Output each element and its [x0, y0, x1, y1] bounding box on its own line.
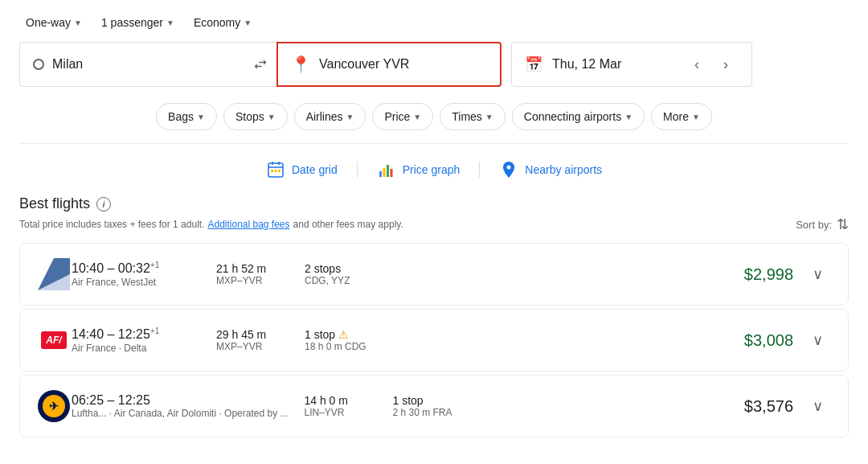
best-flights-header: Best flights i [19, 195, 849, 212]
origin-text: Milan [52, 57, 83, 72]
connecting-airports-chevron: ▼ [624, 113, 633, 121]
sort-icon: ⇅ [837, 216, 849, 233]
airline-logo-0 [36, 257, 72, 292]
more-filter[interactable]: More ▼ [651, 103, 712, 130]
subtitle-text: Total price includes taxes + fees for 1 … [19, 219, 204, 230]
svg-rect-10 [390, 169, 392, 177]
date-grid-label: Date grid [292, 163, 338, 176]
filter-row: Bags ▼ Stops ▼ Airlines ▼ Price ▼ Times … [0, 96, 868, 143]
svg-rect-4 [271, 170, 273, 172]
flight-info-2: 06:25 – 12:25 Luftha... · Air Canada, Ai… [72, 392, 832, 421]
view-options: Date grid Price graph Nearby airports [0, 144, 868, 195]
top-bar: One-way ▼ 1 passenger ▼ Economy ▼ [0, 0, 868, 42]
flight-row-2[interactable]: ✈ 06:25 – 12:25 Luftha... · Air Canada, … [20, 376, 848, 437]
route-code-2: LIN–YVR [304, 407, 392, 418]
stops-detail-1: 18 h 0 m CDG [305, 341, 425, 352]
bags-filter[interactable]: Bags ▼ [156, 103, 217, 130]
day-offset-0: +1 [150, 261, 159, 269]
lh-logo-inner: ✈ [43, 395, 65, 417]
expand-btn-1[interactable]: ∨ [803, 326, 832, 355]
times-filter-label: Times [452, 110, 482, 123]
price-graph-option[interactable]: Price graph [377, 160, 461, 179]
more-filter-label: More [663, 110, 689, 123]
bags-filter-label: Bags [168, 110, 194, 123]
nearby-airports-option[interactable]: Nearby airports [499, 160, 602, 179]
stops-col-0: 2 stops CDG, YYZ [305, 262, 425, 286]
cabin-class-chevron: ▼ [244, 18, 252, 27]
af-wj-logo-svg [38, 258, 70, 290]
flight-row-1[interactable]: AF/ 14:40 – 12:25+1 Air France · Delta 2… [20, 310, 848, 371]
additional-fees-link[interactable]: Additional bag fees [207, 219, 289, 230]
results-subtitle: Total price includes taxes + fees for 1 … [19, 216, 849, 233]
trip-type-chevron: ▼ [74, 18, 82, 27]
bags-chevron: ▼ [197, 113, 205, 121]
times-col-0: 10:40 – 00:32+1 Air France, WestJet [72, 261, 200, 287]
duration-2: 14 h 0 m [304, 394, 392, 407]
date-input-box[interactable]: 📅 Thu, 12 Mar ‹ › [511, 42, 752, 87]
sort-by-control[interactable]: Sort by: ⇅ [796, 216, 849, 233]
times-filter[interactable]: Times ▼ [440, 103, 506, 130]
airline-logo-1: AF/ [36, 322, 72, 358]
svg-rect-8 [383, 168, 385, 177]
svg-rect-6 [278, 170, 280, 172]
expand-btn-2[interactable]: ∨ [803, 392, 832, 421]
stops-col-2: 1 stop 2 h 30 m FRA [392, 394, 513, 418]
price-col-0: $2,998 ∨ [744, 260, 832, 289]
subtitle-left: Total price includes taxes + fees for 1 … [19, 219, 403, 230]
origin-dot-icon [33, 59, 44, 70]
trip-type-select[interactable]: One-way ▼ [19, 11, 88, 34]
price-graph-label: Price graph [403, 163, 461, 176]
flight-row-0[interactable]: 10:40 – 00:32+1 Air France, WestJet 21 h… [20, 244, 848, 305]
stops-1: 1 stop ⚠ [305, 328, 425, 341]
connecting-airports-label: Connecting airports [524, 110, 621, 123]
flight-card-1: AF/ 14:40 – 12:25+1 Air France · Delta 2… [19, 309, 849, 372]
airline-name-1: Air France · Delta [72, 343, 200, 354]
depart-time-1: 14:40 – 12:25+1 [72, 326, 200, 342]
lh-crane-icon: ✈ [49, 400, 59, 413]
passengers-chevron: ▼ [166, 18, 174, 27]
passengers-select[interactable]: 1 passenger ▼ [95, 11, 181, 34]
times-col-1: 14:40 – 12:25+1 Air France · Delta [72, 326, 200, 353]
swap-icon [252, 56, 268, 72]
date-text: Thu, 12 Mar [552, 57, 621, 72]
more-chevron: ▼ [692, 113, 700, 121]
price-col-1: $3,008 ∨ [744, 326, 832, 355]
destination-text: Vancouver YVR [319, 57, 409, 72]
stops-chevron: ▼ [268, 113, 276, 121]
trip-type-label: One-way [26, 16, 71, 29]
view-separator-1 [357, 162, 358, 178]
swap-button[interactable] [244, 42, 276, 87]
date-next-button[interactable]: › [713, 51, 739, 77]
stops-detail-2: 2 h 30 m FRA [392, 407, 513, 418]
date-grid-option[interactable]: Date grid [266, 160, 338, 179]
expand-btn-0[interactable]: ∨ [803, 260, 832, 289]
price-filter[interactable]: Price ▼ [372, 103, 433, 130]
stops-filter-label: Stops [235, 110, 264, 123]
date-prev-button[interactable]: ‹ [684, 51, 710, 77]
connecting-airports-filter[interactable]: Connecting airports ▼ [512, 103, 645, 130]
price-0: $2,998 [744, 265, 793, 284]
best-flights-title: Best flights [19, 195, 90, 212]
duration-0: 21 h 52 m [216, 262, 305, 275]
cabin-class-select[interactable]: Economy ▼ [187, 11, 258, 34]
airlines-filter[interactable]: Airlines ▼ [294, 103, 366, 130]
cabin-class-label: Economy [194, 16, 240, 29]
price-1: $3,008 [744, 331, 793, 350]
depart-time-0: 10:40 – 00:32+1 [72, 261, 200, 276]
price-col-2: $3,576 ∨ [744, 392, 832, 421]
stops-filter[interactable]: Stops ▼ [223, 103, 288, 130]
price-2: $3,576 [744, 397, 793, 416]
depart-time-2: 06:25 – 12:25 [72, 393, 288, 408]
stops-2: 1 stop [392, 394, 513, 407]
destination-input-box[interactable]: 📍 Vancouver YVR [276, 42, 502, 87]
flight-info-0: 10:40 – 00:32+1 Air France, WestJet 21 h… [72, 260, 832, 289]
svg-rect-9 [387, 165, 389, 177]
nearby-airports-label: Nearby airports [525, 163, 602, 176]
airlines-filter-label: Airlines [306, 110, 343, 123]
route-code-0: MXP–YVR [216, 275, 305, 286]
flight-card-2: ✈ 06:25 – 12:25 Luftha... · Air Canada, … [19, 375, 849, 437]
price-filter-label: Price [384, 110, 410, 123]
svg-rect-5 [274, 170, 276, 172]
origin-input-box[interactable]: Milan [19, 42, 244, 87]
destination-pin-icon: 📍 [291, 55, 311, 74]
